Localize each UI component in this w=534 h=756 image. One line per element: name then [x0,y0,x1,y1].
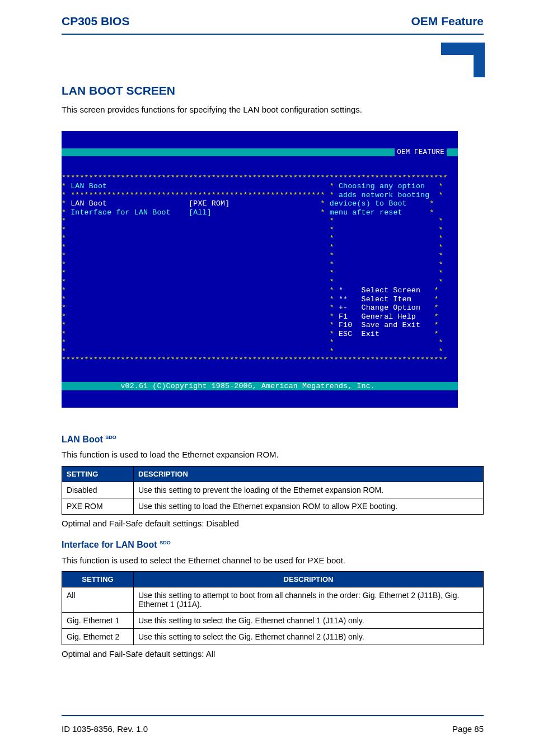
lan-boot-desc: This function is used to load the Ethern… [62,449,484,460]
intro-text: This screen provides functions for speci… [62,104,484,115]
interface-desc: This function is used to select the Ethe… [62,555,484,566]
header-left: CP305 BIOS [62,15,129,28]
col-description: DESCRIPTION [134,466,484,482]
table-row: Gig. Ethernet 2 Use this setting to sele… [62,629,484,645]
bios-title-item: LAN Boot [71,182,107,190]
page-header: CP305 BIOS OEM Feature [62,15,484,31]
bios-body: ****************************************… [62,174,458,365]
doc-id: ID 1035-8356, Rev. 1.0 [62,724,148,734]
interface-table: SETTING DESCRIPTION All Use this setting… [62,571,484,645]
lan-boot-table: SETTING DESCRIPTION Disabled Use this se… [62,466,484,515]
header-right: OEM Feature [411,15,484,28]
lan-boot-heading: LAN Boot SDO [62,435,484,445]
col-setting: SETTING [62,572,134,587]
corner-logo-icon [441,43,485,77]
table-row: PXE ROM Use this setting to load the Eth… [62,498,484,514]
bios-topbar: OEM FEATURE [62,148,458,156]
interface-default-note: Optimal and Fail-Safe default settings: … [62,648,484,660]
table-row: All Use this setting to attempt to boot … [62,587,484,613]
section-title: LAN BOOT SCREEN [62,84,484,97]
page-footer: ID 1035-8356, Rev. 1.0 Page 85 [62,715,484,734]
col-description: DESCRIPTION [134,572,484,587]
bios-footer: v02.61 (C)Copyright 1985-2006, American … [62,382,458,391]
col-setting: SETTING [62,466,134,482]
bios-screenshot: OEM FEATURE ****************************… [62,131,458,408]
page-number: Page 85 [452,724,484,734]
bios-topbar-label: OEM FEATURE [395,148,447,156]
table-row: Disabled Use this setting to prevent the… [62,482,484,498]
header-rule [62,34,484,35]
table-row: Gig. Ethernet 1 Use this setting to sele… [62,613,484,629]
interface-heading: Interface for LAN Boot SDO [62,540,484,550]
lan-boot-default-note: Optimal and Fail-Safe default settings: … [62,518,484,529]
